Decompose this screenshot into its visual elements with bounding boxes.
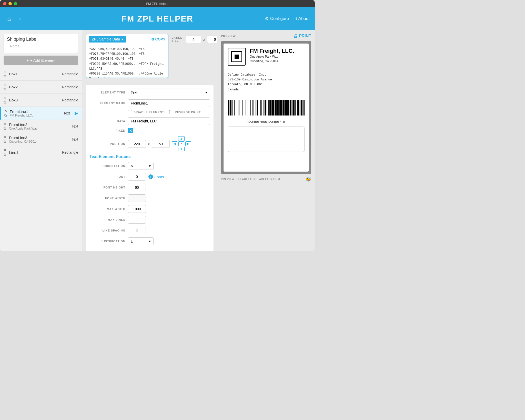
max-width-input[interactable] (128, 205, 146, 213)
reverse-print-input[interactable] (169, 110, 173, 114)
svg-rect-45 (272, 100, 273, 116)
position-x-input[interactable] (128, 140, 146, 148)
label-height-input[interactable] (207, 36, 217, 43)
data-input[interactable] (128, 117, 210, 125)
svg-rect-73 (300, 100, 300, 116)
svg-rect-34 (261, 100, 262, 116)
svg-rect-16 (244, 100, 244, 116)
delete-icon[interactable]: ✕ (4, 70, 6, 74)
delete-icon[interactable]: ✕ (4, 148, 6, 152)
svg-rect-17 (245, 100, 245, 116)
svg-rect-9 (237, 100, 237, 116)
item-icons: ✕ ⧉ (4, 70, 6, 78)
list-item-fromline2[interactable]: ✕ ⧉ FromLine2 One Apple Park Way Text (0, 120, 82, 133)
svg-rect-71 (298, 100, 299, 116)
svg-rect-46 (273, 100, 274, 116)
zpl-dropdown[interactable]: ZPL Sample Data ▾ (89, 36, 126, 43)
close-button[interactable] (3, 2, 6, 5)
orientation-select[interactable]: N ▾ (128, 162, 154, 170)
svg-rect-14 (242, 100, 243, 116)
position-y-input[interactable] (152, 140, 170, 148)
list-item-line1[interactable]: ✕ ⧉ Line1 Rectangle (0, 146, 82, 159)
copy-item-icon[interactable]: ⧉ (4, 140, 6, 144)
delete-icon[interactable]: ✕ (4, 135, 6, 139)
add-element-button[interactable]: + + Add Element (4, 56, 78, 65)
header: ⌂ ‹ FM ZPL HELPER ⚙ Configure ℹ About (0, 7, 315, 30)
svg-rect-48 (275, 100, 276, 116)
svg-rect-69 (296, 100, 296, 116)
arrow-left-button[interactable]: ◀ (172, 141, 177, 146)
copy-item-icon[interactable]: ⧉ (4, 74, 6, 78)
arrow-up-button[interactable]: ▲ (178, 136, 185, 141)
max-lines-row: MAX LINES (89, 216, 210, 224)
copy-button[interactable]: ⧉ COPY (152, 37, 166, 41)
position-row: POSITION x ▲ ◀ ✕ ▶ ▼ (89, 136, 210, 151)
copy-item-icon[interactable]: ⧉ (4, 113, 7, 118)
divider-1 (228, 70, 305, 70)
traffic-lights (3, 2, 17, 5)
position-inputs: x ▲ ◀ ✕ ▶ ▼ (128, 136, 191, 151)
svg-rect-2 (230, 100, 231, 116)
minimize-button[interactable] (8, 2, 12, 5)
delete-icon[interactable]: ✕ (4, 96, 6, 100)
svg-rect-27 (255, 100, 255, 116)
font-height-input[interactable] (128, 184, 146, 191)
back-button[interactable]: ‹ (17, 14, 23, 23)
fonts-link[interactable]: i Fonts (148, 174, 164, 179)
svg-rect-68 (295, 100, 296, 116)
list-item-fromline1[interactable]: ✕ ⧉ FromLine1 FM Freight, LLC. Text ▶ (0, 107, 82, 120)
home-button[interactable]: ⌂ (5, 14, 13, 23)
list-item[interactable]: ✕ ⧉ Box1 Rectangle (0, 68, 82, 81)
chevron-down-icon: ▾ (149, 239, 151, 243)
recipient-address: Define Database, Inc. 603-109 Ossington … (228, 72, 305, 92)
reverse-print-checkbox[interactable]: REVERSE PRINT (169, 110, 201, 114)
svg-rect-49 (276, 100, 277, 116)
element-name-input[interactable] (128, 99, 210, 107)
delete-icon[interactable]: ✕ (4, 122, 6, 126)
justification-select[interactable]: L ▾ (128, 237, 154, 245)
item-info: FromLine3 Cupertino, CA 95014 (9, 135, 69, 143)
svg-rect-44 (271, 100, 272, 116)
fixed-checkbox[interactable]: ✕ (128, 128, 133, 133)
svg-rect-55 (282, 100, 283, 116)
list-item[interactable]: ✕ ⧉ Box3 Rectangle (0, 94, 82, 107)
svg-rect-58 (285, 100, 286, 116)
item-info: Box2 (9, 85, 59, 89)
delete-icon[interactable]: ✕ (4, 109, 7, 113)
disable-element-checkbox[interactable]: DISABLE ELEMENT (128, 110, 164, 114)
logo-center (235, 55, 239, 59)
svg-rect-25 (253, 100, 253, 116)
label-width-input[interactable] (186, 36, 201, 43)
list-item-fromline3[interactable]: ✕ ⧉ FromLine3 Cupertino, CA 95014 Text (0, 133, 82, 146)
copy-item-icon[interactable]: ⧉ (4, 100, 6, 104)
arrow-right-button[interactable]: ▶ (185, 141, 191, 146)
label-box (228, 127, 305, 152)
item-info: FromLine2 One Apple Park Way (9, 122, 69, 130)
svg-rect-33 (260, 100, 261, 116)
arrow-cross-button[interactable]: ✕ (178, 141, 184, 146)
copy-item-icon[interactable]: ⧉ (4, 153, 6, 157)
font-input[interactable] (128, 173, 146, 181)
max-lines-input[interactable] (128, 216, 146, 224)
maximize-button[interactable] (14, 2, 17, 5)
arrow-down-button[interactable]: ▼ (178, 147, 185, 151)
svg-rect-26 (254, 100, 254, 116)
about-button[interactable]: ℹ About (295, 16, 310, 22)
element-name-row: ELEMENT NAME (89, 99, 210, 107)
configure-button[interactable]: ⚙ Configure (265, 16, 289, 22)
element-type-select[interactable]: Text ▾ (128, 89, 210, 96)
element-type-row: ELEMENT TYPE Text ▾ (89, 89, 210, 96)
copy-item-icon[interactable]: ⧉ (4, 87, 6, 91)
company-logo (228, 48, 246, 66)
label-size-row: LABEL SIZE x Inch cm mm (171, 35, 217, 43)
delete-icon[interactable]: ✕ (4, 83, 6, 87)
copy-item-icon[interactable]: ⧉ (4, 127, 6, 131)
info-icon: i (148, 174, 153, 179)
font-width-input[interactable] (128, 194, 146, 202)
print-button[interactable]: 🖨 PRINT (293, 34, 311, 38)
svg-rect-59 (286, 100, 287, 116)
line-spacing-input[interactable] (128, 227, 146, 234)
item-info: Box3 (9, 98, 59, 102)
list-item[interactable]: ✕ ⧉ Box2 Rectangle (0, 81, 82, 94)
disable-checkbox-input[interactable] (128, 110, 132, 114)
